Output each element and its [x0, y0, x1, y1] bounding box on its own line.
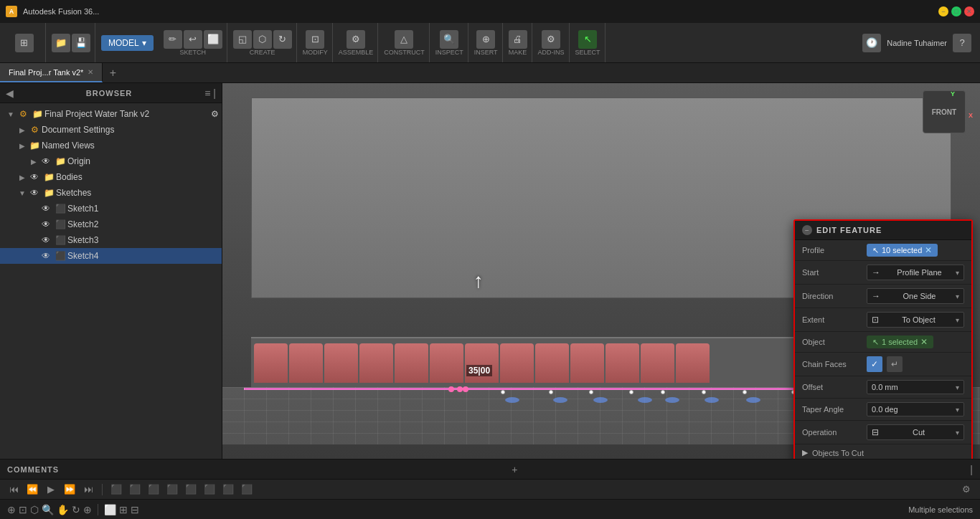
history-icon[interactable]: 🕐: [862, 34, 881, 52]
help-icon[interactable]: ?: [953, 34, 971, 52]
settings-icon[interactable]: ⚙: [958, 482, 974, 497]
grid-mode-icon[interactable]: ⊞: [119, 504, 128, 515]
doc-expand-icon[interactable]: ▶: [17, 126, 27, 134]
close-button[interactable]: ✕: [964, 6, 974, 16]
offset-input[interactable]: 0.0 mm ▾: [867, 380, 964, 394]
direction-dropdown[interactable]: → One Side ▾: [867, 288, 964, 304]
undo-icon[interactable]: ↩: [184, 30, 202, 49]
chain-faces-off-button[interactable]: ↵: [887, 356, 903, 372]
tree-document-settings[interactable]: ▶ ⚙ Document Settings: [0, 122, 222, 138]
model-dropdown-button[interactable]: MODEL ▾: [101, 35, 154, 51]
extent-dropdown[interactable]: ⊡ To Object ▾: [867, 312, 964, 328]
timeline-icon5[interactable]: ⬛: [183, 482, 199, 497]
inspect-icon[interactable]: 🔍: [440, 30, 458, 49]
tree-bodies[interactable]: ▶ 👁 📁 Bodies: [0, 169, 222, 185]
control-dot-1[interactable]: [501, 390, 505, 394]
modify-icon[interactable]: ⊡: [306, 30, 324, 49]
zoom-icon[interactable]: 🔍: [42, 504, 54, 515]
display-grid-icon[interactable]: ⊟: [131, 504, 139, 515]
view-gizmo[interactable]: FRONT X Y: [923, 90, 973, 141]
create-icon2[interactable]: ⬡: [253, 30, 272, 49]
assemble-icon[interactable]: ⚙: [347, 30, 365, 49]
timeline-icon8[interactable]: ⬛: [239, 482, 255, 497]
control-dot-7[interactable]: [743, 390, 747, 394]
construct-icon[interactable]: △: [395, 30, 413, 49]
toolbar-left-icons: ⊞: [3, 23, 46, 62]
grid-icon[interactable]: ⊞: [15, 34, 34, 52]
play-back-button[interactable]: ⏪: [24, 482, 40, 497]
prev-step-button[interactable]: ⏮: [6, 482, 22, 497]
redo-icon[interactable]: ⬜: [204, 30, 222, 49]
profile-value: ↖ 10 selected ✕: [867, 244, 964, 257]
control-dot-6[interactable]: [702, 390, 706, 394]
create-icon3[interactable]: ↻: [273, 30, 292, 49]
addins-section: ⚙ ADD-INS: [534, 23, 570, 62]
timeline-icon4[interactable]: ⬛: [164, 482, 180, 497]
control-dot-4[interactable]: [629, 390, 633, 394]
next-step-button[interactable]: ⏭: [80, 482, 96, 497]
file-icon[interactable]: 📁: [52, 34, 70, 52]
timeline-icon2[interactable]: ⬛: [127, 482, 143, 497]
origin-expand-icon[interactable]: ▶: [29, 158, 39, 166]
play-forward-button[interactable]: ⏩: [62, 482, 77, 497]
tree-sketch3[interactable]: 👁 ⬛ Sketch3: [0, 232, 222, 248]
taper-angle-input[interactable]: 0.0 deg ▾: [867, 402, 964, 416]
gizmo-front-face[interactable]: FRONT: [923, 90, 966, 133]
timeline-icon6[interactable]: ⬛: [202, 482, 217, 497]
view-cube-icon[interactable]: ⬡: [30, 504, 39, 515]
bodies-expand-icon[interactable]: ▶: [17, 173, 27, 181]
addins-icon[interactable]: ⚙: [542, 30, 560, 49]
settings-icon[interactable]: ⚙: [209, 108, 220, 120]
tab-close-button[interactable]: ✕: [88, 68, 93, 76]
sketch-icon[interactable]: ✏: [164, 30, 182, 49]
object-chip[interactable]: ↖ 1 selected ✕: [867, 335, 933, 348]
display-settings-icon[interactable]: ⊡: [19, 504, 27, 515]
tree-sketches[interactable]: ▼ 👁 📁 Sketches: [0, 185, 222, 201]
profile-chip[interactable]: ↖ 10 selected ✕: [867, 244, 938, 257]
display-mode-icon[interactable]: ⬜: [104, 504, 116, 515]
3d-viewport[interactable]: ↑ 35|00 FRONT X Y − EDIT FEATURE Profile: [222, 83, 980, 459]
start-dropdown[interactable]: → Profile Plane ▾: [867, 265, 964, 280]
insert-icon[interactable]: ⊕: [476, 30, 495, 49]
add-tab-button[interactable]: +: [103, 63, 123, 82]
edit-feature-close-button[interactable]: −: [802, 225, 812, 235]
tree-origin[interactable]: ▶ 👁 📁 Origin: [0, 153, 222, 169]
comments-collapse-button[interactable]: |: [970, 464, 973, 475]
object-chip-clear[interactable]: ✕: [920, 337, 928, 347]
tree-root-item[interactable]: ▼ ⚙ 📁 Final Project Water Tank v2 ⚙: [0, 106, 222, 122]
pan-icon[interactable]: ✋: [57, 504, 69, 515]
active-tab[interactable]: Final Proj...r Tank v2* ✕: [0, 63, 103, 82]
browser-menu-button[interactable]: ≡: [204, 87, 210, 99]
control-dot-5[interactable]: [661, 390, 665, 394]
tree-sketch1[interactable]: 👁 ⬛ Sketch1: [0, 201, 222, 216]
timeline-icon7[interactable]: ⬛: [220, 482, 236, 497]
sketches-expand-icon[interactable]: ▼: [17, 189, 27, 197]
profile-chip-clear[interactable]: ✕: [925, 245, 932, 255]
minimize-button[interactable]: −: [938, 6, 948, 16]
comments-add-button[interactable]: +: [512, 464, 517, 475]
play-button[interactable]: ▶: [43, 482, 59, 497]
timeline-icon1[interactable]: ⬛: [108, 482, 124, 497]
objects-to-cut-row[interactable]: ▶ Objects To Cut: [795, 444, 971, 459]
chain-faces-on-button[interactable]: ✓: [867, 356, 882, 372]
view-controls-icon[interactable]: ⊕: [7, 504, 16, 515]
operation-dropdown[interactable]: ⊟ Cut ▾: [867, 424, 964, 440]
named-views-expand-icon[interactable]: ▶: [17, 142, 27, 150]
maximize-button[interactable]: □: [951, 6, 961, 16]
tree-sketch2[interactable]: 👁 ⬛ Sketch2: [0, 216, 222, 232]
user-name[interactable]: Nadine Tuhaimer: [887, 39, 947, 47]
browser-collapse-right[interactable]: |: [213, 87, 216, 99]
root-expand-icon[interactable]: ▼: [6, 110, 16, 118]
browser-collapse-button[interactable]: ◀: [6, 87, 14, 99]
tree-named-views[interactable]: ▶ 📁 Named Views: [0, 138, 222, 153]
select-icon[interactable]: ↖: [578, 30, 597, 49]
control-dot-3[interactable]: [589, 390, 593, 394]
create-icon1[interactable]: ◱: [233, 30, 252, 49]
make-icon[interactable]: 🖨: [509, 30, 527, 49]
timeline-icon3[interactable]: ⬛: [146, 482, 161, 497]
tree-sketch4[interactable]: 👁 ⬛ Sketch4: [0, 248, 222, 264]
rotate-icon[interactable]: ↻: [72, 504, 80, 515]
control-dot-2[interactable]: [549, 390, 553, 394]
save-icon[interactable]: 💾: [72, 34, 90, 52]
zoom-fit-icon[interactable]: ⊕: [83, 504, 92, 515]
